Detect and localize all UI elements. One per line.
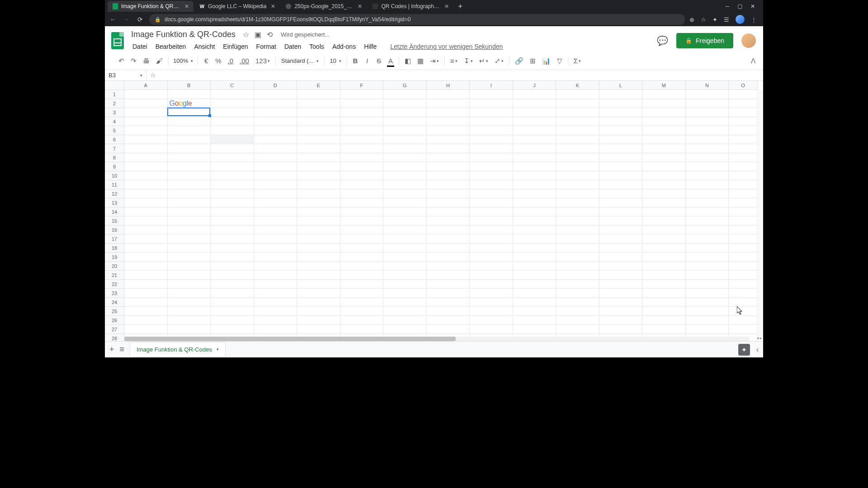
cell[interactable] xyxy=(211,307,254,316)
cell[interactable] xyxy=(383,280,427,289)
cell[interactable] xyxy=(124,216,168,225)
cell[interactable] xyxy=(686,289,729,298)
cell[interactable] xyxy=(470,316,513,325)
text-rotation-button[interactable]: ⤢▾ xyxy=(492,55,506,67)
cell[interactable] xyxy=(642,307,686,316)
chrome-menu-icon[interactable]: ⋮ xyxy=(751,16,757,23)
cell[interactable] xyxy=(513,180,557,189)
cell[interactable] xyxy=(470,162,513,171)
cell[interactable] xyxy=(427,271,470,280)
row-header[interactable]: 11 xyxy=(105,180,124,189)
cell[interactable] xyxy=(470,144,513,153)
cell[interactable] xyxy=(642,99,686,108)
cell[interactable] xyxy=(427,316,470,325)
zoom-indicator-icon[interactable]: ⊕ xyxy=(689,16,694,23)
cell[interactable] xyxy=(211,180,254,189)
cell[interactable] xyxy=(686,189,729,198)
cell[interactable] xyxy=(211,189,254,198)
cell[interactable] xyxy=(168,153,211,162)
cell[interactable] xyxy=(383,244,427,253)
cell[interactable] xyxy=(729,153,758,162)
row-header[interactable]: 10 xyxy=(105,171,124,180)
cell[interactable] xyxy=(383,162,427,171)
cell[interactable] xyxy=(124,225,168,235)
row-header[interactable]: 14 xyxy=(105,207,124,216)
column-header[interactable]: E xyxy=(297,81,340,90)
cell[interactable] xyxy=(686,162,729,171)
cell[interactable] xyxy=(427,99,470,108)
cell[interactable] xyxy=(427,189,470,198)
cell[interactable] xyxy=(168,280,211,289)
cell[interactable] xyxy=(124,180,168,189)
cell[interactable] xyxy=(513,298,557,307)
cell[interactable] xyxy=(729,244,758,253)
cell[interactable] xyxy=(513,189,557,198)
row-header[interactable]: 13 xyxy=(105,198,124,207)
cell[interactable] xyxy=(556,144,599,153)
tab-close-icon[interactable]: ✕ xyxy=(444,3,449,9)
cell[interactable] xyxy=(686,316,729,325)
horizontal-align-button[interactable]: ≡▾ xyxy=(448,55,460,66)
cell[interactable] xyxy=(297,90,340,99)
reading-list-icon[interactable]: ☰ xyxy=(724,16,729,23)
cell[interactable] xyxy=(124,162,168,171)
explore-button[interactable]: ✦ xyxy=(738,344,750,356)
cell[interactable] xyxy=(427,225,470,235)
cell[interactable] xyxy=(642,135,686,144)
row-header[interactable]: 4 xyxy=(105,117,124,126)
account-avatar[interactable] xyxy=(741,33,756,48)
cell[interactable] xyxy=(729,271,758,280)
cell[interactable] xyxy=(513,244,557,253)
cell[interactable] xyxy=(729,135,758,144)
cell[interactable] xyxy=(470,216,513,225)
cell[interactable] xyxy=(599,180,643,189)
cell[interactable] xyxy=(124,189,168,198)
cell[interactable] xyxy=(340,325,384,334)
cell[interactable] xyxy=(168,126,211,135)
cell[interactable] xyxy=(686,307,729,316)
vertical-scrollbar[interactable] xyxy=(759,90,763,336)
cell[interactable] xyxy=(297,253,340,262)
column-header[interactable]: M xyxy=(642,81,686,90)
cell[interactable] xyxy=(383,253,427,262)
document-name[interactable]: Image Funktion & QR-Codes xyxy=(129,29,237,40)
reload-button[interactable]: ⟳ xyxy=(136,16,145,23)
cell[interactable] xyxy=(254,135,297,144)
cell[interactable] xyxy=(168,207,211,216)
cell[interactable] xyxy=(254,216,297,225)
cell[interactable] xyxy=(340,289,384,298)
cell[interactable] xyxy=(340,171,384,180)
percent-button[interactable]: % xyxy=(212,55,224,66)
cell[interactable] xyxy=(556,225,599,235)
cell[interactable] xyxy=(211,235,254,244)
cell[interactable] xyxy=(124,108,168,117)
cell[interactable] xyxy=(297,289,340,298)
cell[interactable] xyxy=(470,289,513,298)
move-icon[interactable]: ▣ xyxy=(255,30,261,39)
cell[interactable] xyxy=(470,153,513,162)
row-header[interactable]: 27 xyxy=(105,325,124,334)
cell[interactable] xyxy=(642,180,686,189)
cell[interactable] xyxy=(124,271,168,280)
row-header[interactable]: 16 xyxy=(105,225,124,235)
cell[interactable] xyxy=(383,189,427,198)
bookmark-icon[interactable]: ☆ xyxy=(701,16,706,23)
row-header[interactable]: 20 xyxy=(105,262,124,271)
cell[interactable] xyxy=(340,135,384,144)
text-color-button[interactable]: A xyxy=(385,55,396,66)
cell[interactable] xyxy=(383,207,427,216)
cell[interactable] xyxy=(211,207,254,216)
cell[interactable] xyxy=(297,271,340,280)
cell[interactable] xyxy=(168,271,211,280)
cell[interactable] xyxy=(427,244,470,253)
cell[interactable] xyxy=(686,117,729,126)
cell[interactable] xyxy=(340,126,384,135)
row-header[interactable]: 2 xyxy=(105,99,124,108)
cell[interactable] xyxy=(686,235,729,244)
name-box[interactable]: B3▾ xyxy=(105,70,146,80)
cell[interactable] xyxy=(470,180,513,189)
paint-format-button[interactable]: 🖌 xyxy=(153,55,165,66)
cell[interactable] xyxy=(254,307,297,316)
cell[interactable] xyxy=(254,235,297,244)
row-header[interactable]: 6 xyxy=(105,135,124,144)
